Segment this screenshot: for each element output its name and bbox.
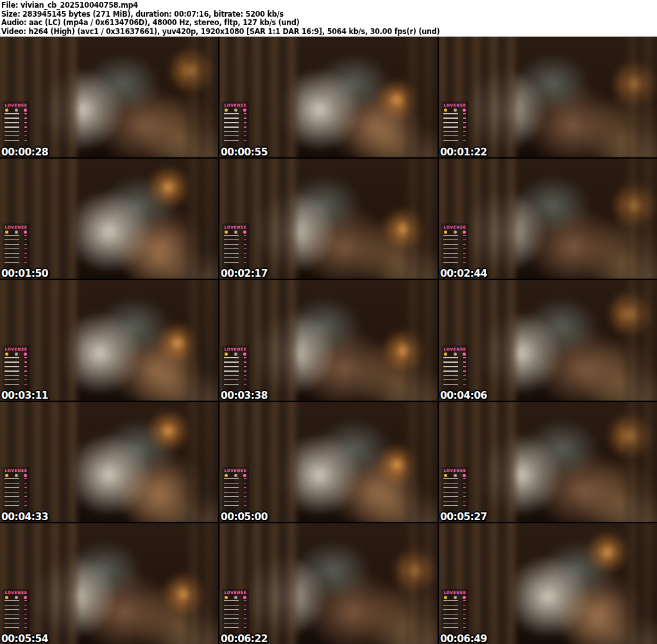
goal-icon (15, 231, 18, 234)
tip-menu-overlay: LOVENSE (3, 345, 30, 394)
heart-icon (463, 596, 466, 599)
video-thumbnail: LOVENSE 00:05:27 (439, 402, 657, 523)
thumbnail-image (0, 37, 218, 157)
thumbnail-image (0, 280, 218, 401)
tip-menu-overlay: LOVENSE (222, 101, 249, 150)
lovense-label: LOVENSE (441, 347, 468, 351)
tip-menu-overlay: LOVENSE (222, 467, 249, 515)
tip-menu-overlay: LOVENSE (441, 223, 468, 272)
token-icon (444, 109, 447, 112)
token-icon (5, 474, 8, 477)
token-icon (5, 596, 8, 599)
tip-menu-rows (3, 478, 30, 509)
tip-menu-rows (441, 478, 468, 509)
tip-menu-icons (441, 595, 468, 600)
tip-menu-rows (441, 235, 468, 266)
heart-icon (243, 474, 246, 477)
thumbnail-image (0, 159, 218, 279)
timestamp-label: 00:05:27 (440, 511, 487, 522)
tip-menu-rows (441, 600, 468, 631)
token-icon (225, 596, 228, 599)
video-thumbnail: LOVENSE 00:00:28 (0, 37, 218, 157)
timestamp-label: 00:02:44 (440, 268, 487, 279)
thumbnail-grid: LOVENSE 00:00:28 LOVENSE 00:00:55 LOVENS… (0, 37, 657, 644)
video-thumbnail: LOVENSE 00:06:22 (219, 523, 438, 644)
token-icon (225, 109, 228, 112)
lovense-label: LOVENSE (3, 590, 30, 595)
timestamp-label: 00:01:50 (1, 268, 48, 279)
heart-icon (24, 231, 27, 234)
heart-icon (243, 231, 246, 234)
lovense-label: LOVENSE (441, 468, 468, 473)
file-name-line: File: vivian_cb_202510040758.mp4 (1, 1, 637, 10)
tip-menu-rows (222, 113, 249, 144)
goal-icon (234, 596, 237, 599)
goal-icon (454, 352, 457, 356)
lovense-label: LOVENSE (222, 225, 249, 229)
tip-menu-rows (3, 357, 30, 388)
tip-menu-icons (441, 473, 468, 478)
tip-menu-rows (222, 235, 249, 266)
lovense-label: LOVENSE (222, 468, 249, 473)
video-thumbnail: LOVENSE 00:01:50 (0, 159, 218, 279)
token-icon (5, 352, 8, 356)
lovense-label: LOVENSE (441, 103, 468, 107)
timestamp-label: 00:03:38 (221, 390, 268, 401)
thumbnail-image (219, 523, 438, 644)
token-icon (444, 352, 447, 356)
token-icon (444, 231, 447, 234)
tip-menu-icons (3, 107, 30, 112)
video-thumbnail: LOVENSE 00:05:54 (0, 523, 218, 644)
tip-menu-overlay: LOVENSE (441, 589, 468, 637)
tip-menu-overlay: LOVENSE (441, 467, 468, 515)
file-size-line: Size: 283945145 bytes (271 MiB), duratio… (1, 10, 637, 19)
thumbnail-image (439, 402, 657, 523)
lovense-label: LOVENSE (441, 225, 468, 229)
heart-icon (24, 596, 27, 599)
lovense-label: LOVENSE (3, 347, 30, 351)
video-thumbnail: LOVENSE 00:01:22 (439, 37, 657, 157)
tip-menu-overlay: LOVENSE (3, 101, 30, 150)
thumbnail-image (439, 523, 657, 644)
tip-menu-icons (441, 229, 468, 234)
video-thumbnail: LOVENSE 00:02:17 (219, 159, 438, 279)
lovense-label: LOVENSE (3, 468, 30, 473)
lovense-label: LOVENSE (222, 347, 249, 351)
tip-menu-overlay: LOVENSE (441, 345, 468, 394)
heart-icon (463, 474, 466, 477)
tip-menu-overlay: LOVENSE (3, 467, 30, 515)
tip-menu-overlay: LOVENSE (222, 345, 249, 394)
timestamp-label: 00:04:06 (440, 390, 487, 401)
thumbnail-image (219, 280, 438, 401)
goal-icon (454, 474, 457, 477)
token-icon (444, 474, 447, 477)
heart-icon (463, 231, 466, 234)
tip-menu-overlay: LOVENSE (222, 589, 249, 637)
goal-icon (234, 474, 237, 477)
heart-icon (243, 109, 246, 112)
tip-menu-icons (3, 229, 30, 234)
token-icon (5, 231, 8, 234)
tip-menu-icons (222, 107, 249, 112)
tip-menu-icons (222, 351, 249, 356)
timestamp-label: 00:03:11 (1, 390, 48, 401)
video-thumbnail: LOVENSE 00:04:06 (439, 280, 657, 401)
tip-menu-rows (3, 235, 30, 266)
goal-icon (15, 596, 18, 599)
tip-menu-icons (222, 473, 249, 478)
tip-menu-overlay: LOVENSE (3, 223, 30, 272)
goal-icon (15, 109, 18, 112)
thumbnail-image (219, 159, 438, 279)
tip-menu-rows (3, 600, 30, 631)
token-icon (225, 352, 228, 356)
heart-icon (463, 109, 466, 112)
goal-icon (234, 109, 237, 112)
goal-icon (454, 596, 457, 599)
tip-menu-overlay: LOVENSE (222, 223, 249, 272)
timestamp-label: 00:01:22 (440, 146, 487, 157)
token-icon (225, 231, 228, 234)
goal-icon (15, 352, 18, 356)
tip-menu-overlay: LOVENSE (3, 589, 30, 637)
audio-info-line: Audio: aac (LC) (mp4a / 0x6134706D), 480… (1, 19, 637, 28)
tip-menu-icons (3, 473, 30, 478)
